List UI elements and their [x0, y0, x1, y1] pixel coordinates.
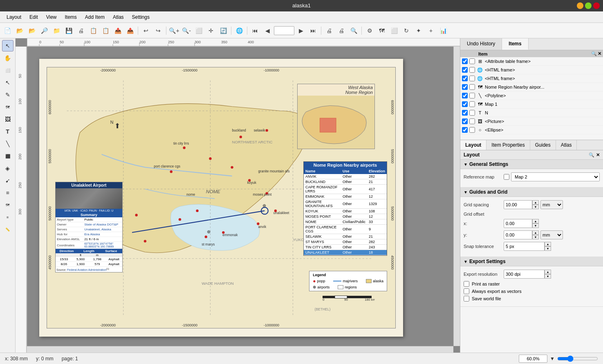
zoom-slider[interactable]	[557, 355, 598, 362]
tab-guides[interactable]: Guides	[530, 140, 556, 150]
print-raster-check[interactable]	[464, 281, 469, 287]
item-row[interactable]: 🖼 <Picture>	[460, 117, 603, 126]
item-visible-check[interactable]	[462, 84, 468, 90]
offset-y-down[interactable]: ▼	[532, 235, 539, 239]
tab-atlas[interactable]: Atlas	[556, 140, 577, 150]
item-row[interactable]: 🌐 <HTML frame>	[460, 74, 603, 83]
select2-tool[interactable]: ↖	[2, 77, 13, 88]
add-marker-tool[interactable]: ◈	[2, 163, 13, 174]
item-visible-check[interactable]	[462, 67, 468, 73]
redo-button[interactable]: ↪	[152, 25, 164, 36]
next-page-button[interactable]: ▶	[295, 25, 307, 36]
tab-layout[interactable]: Layout	[460, 140, 486, 150]
atlas-button[interactable]: 🌐	[233, 25, 245, 36]
snap-tolerance-input[interactable]	[504, 242, 545, 251]
zoom-extent-button[interactable]: ✛	[205, 25, 217, 36]
grid-spacing-down[interactable]: ▼	[532, 205, 539, 209]
reference-map-check[interactable]	[504, 174, 509, 180]
add-atlas-tool[interactable]: 🗺	[2, 199, 13, 211]
guides-grid-header[interactable]: ▼ Guides and Grid	[460, 188, 603, 197]
pan-map-button[interactable]: 🗺	[376, 25, 388, 36]
item-row[interactable]: ╲ <Polyline>	[460, 92, 603, 100]
export-res-down[interactable]: ▼	[545, 274, 551, 279]
menu-atlas[interactable]: Atlas	[110, 13, 127, 21]
item-lock-check[interactable]	[469, 93, 475, 98]
grid-spacing-unit[interactable]: mm	[540, 200, 563, 209]
search-button[interactable]: 🔎	[38, 25, 50, 36]
horizontal-scrollbar[interactable]	[27, 346, 453, 353]
item-row[interactable]: 🌐 <HTML frame>	[460, 66, 603, 74]
vertical-scrollbar[interactable]	[453, 47, 460, 346]
layout-close-icon[interactable]: ✕	[596, 152, 600, 158]
offset-x-input[interactable]	[504, 219, 532, 228]
item-lock-check[interactable]	[469, 101, 475, 107]
tab-undo-history[interactable]: Undo History	[460, 38, 502, 50]
select-area-tool[interactable]: ⬜	[2, 65, 13, 76]
reference-map-select[interactable]: Map 2	[511, 172, 600, 181]
item-row[interactable]: ⊞ <Attribute table frame>	[460, 57, 603, 66]
always-vectors-check[interactable]	[464, 288, 469, 294]
select-map-button[interactable]: ⬜	[388, 25, 400, 36]
rotate-button[interactable]: ↻	[401, 25, 412, 36]
settings-button[interactable]: ⚙	[364, 25, 375, 36]
item-visible-check[interactable]	[462, 118, 468, 124]
offset-unit[interactable]: mm	[540, 230, 563, 239]
zoom-in-button[interactable]: 🔍+	[168, 25, 180, 36]
add-arrow-tool[interactable]: ➹	[2, 175, 13, 186]
item-row[interactable]: 🗺 Nome Region Nearby airpor...	[460, 83, 603, 92]
item-visible-check[interactable]	[462, 110, 468, 116]
add-text-tool[interactable]: T	[2, 126, 13, 137]
canvas-area[interactable]: 0 50 100 150 200 250 300 350 400	[16, 38, 460, 353]
zoom-out-button[interactable]: 🔍-	[181, 25, 192, 36]
add-scalebar-tool[interactable]: 📏	[2, 224, 13, 235]
paste-button[interactable]: 📋	[100, 25, 111, 36]
zoom-full-button[interactable]: ⬜	[193, 25, 204, 36]
general-settings-header[interactable]: ▼ General Settings	[460, 160, 603, 169]
export-settings-header[interactable]: ▼ Export Settings	[460, 257, 603, 266]
item-lock-check[interactable]	[469, 76, 475, 81]
grid-spacing-up[interactable]: ▲	[532, 200, 539, 205]
item-lock-check[interactable]	[469, 110, 475, 116]
close-button[interactable]	[593, 2, 600, 9]
item-visible-check[interactable]	[462, 93, 468, 98]
snap-up[interactable]: ▲	[545, 242, 551, 246]
add-shape-tool[interactable]: ⬛	[2, 150, 13, 162]
item-row[interactable]: ○ <Ellipse>	[460, 126, 603, 134]
snap-down[interactable]: ▼	[545, 246, 551, 251]
atlas-tools-button[interactable]: 📊	[437, 25, 449, 36]
offset-y-input[interactable]	[504, 230, 532, 239]
item-lock-check[interactable]	[469, 67, 475, 73]
open-template-button[interactable]: 📂	[26, 25, 38, 36]
prev-page-button[interactable]: ◀	[262, 25, 273, 36]
add-nodes-button[interactable]: +	[425, 25, 437, 36]
add-line-tool[interactable]: ╲	[2, 138, 13, 150]
print3-button[interactable]: 🖨	[336, 25, 347, 36]
offset-x-down[interactable]: ▼	[532, 223, 539, 228]
export-res-up[interactable]: ▲	[545, 270, 551, 274]
menu-view[interactable]: View	[43, 13, 60, 21]
save-button[interactable]: 💾	[63, 25, 74, 36]
save-world-check[interactable]	[464, 296, 469, 301]
add-legend-tool[interactable]: ≡	[2, 212, 13, 223]
item-visible-check[interactable]	[462, 127, 468, 133]
page-input[interactable]: 1	[274, 26, 294, 35]
menu-items[interactable]: Items	[62, 13, 80, 21]
edit-nodes-button[interactable]: ✦	[413, 25, 424, 36]
item-visible-check[interactable]	[462, 76, 468, 81]
item-row[interactable]: 🗺 Map 1	[460, 100, 603, 109]
new-button[interactable]: 📄	[2, 25, 13, 36]
offset-y-up[interactable]: ▲	[532, 230, 539, 235]
menu-edit[interactable]: Edit	[26, 13, 41, 21]
first-page-button[interactable]: ⏮	[249, 25, 261, 36]
grid-spacing-input[interactable]	[504, 200, 532, 209]
minimize-button[interactable]	[577, 2, 583, 9]
items-close-icon[interactable]: ✕	[598, 51, 601, 56]
tab-item-properties[interactable]: Item Properties	[486, 140, 530, 150]
last-page-button[interactable]: ⏭	[307, 25, 319, 36]
menu-add-item[interactable]: Add Item	[82, 13, 108, 21]
print-button[interactable]: 🖨	[75, 25, 87, 36]
print2-button[interactable]: 🖨	[323, 25, 335, 36]
item-lock-check[interactable]	[469, 84, 475, 90]
zoom-input[interactable]	[519, 355, 547, 363]
zoom-dropdown-icon[interactable]: ▼	[550, 356, 555, 362]
